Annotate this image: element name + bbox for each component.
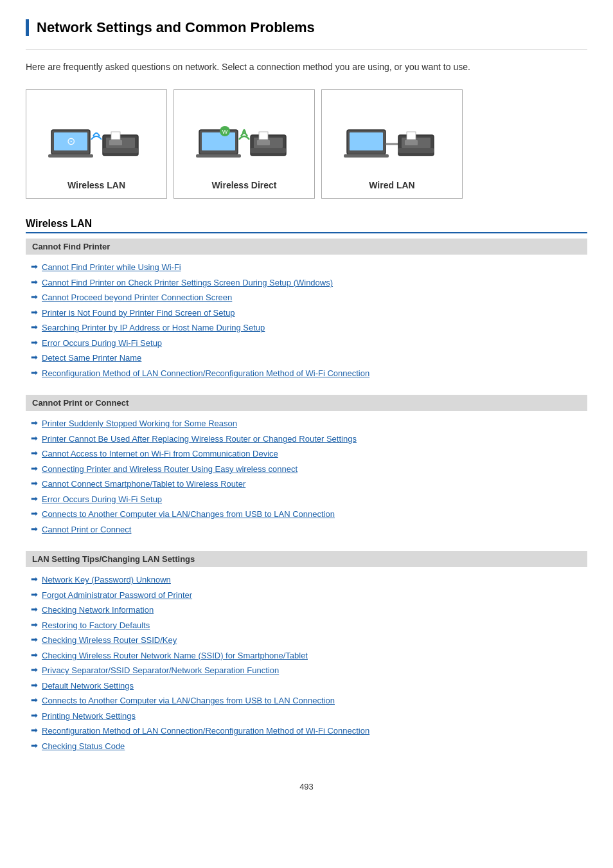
header-divider [26,49,587,50]
arrow-icon: ➡ [31,277,38,287]
list-item: ➡ Printing Network Settings [26,709,587,724]
wireless-direct-label: Wireless Direct [184,180,304,190]
wireless-lan-card[interactable]: ⊙ Wireless LAN [26,89,167,199]
link-easy-wireless-connect[interactable]: Connecting Printer and Wireless Router U… [42,463,298,476]
page-number: 493 [26,782,587,791]
wireless-direct-card[interactable]: W Wireless Direct [173,89,315,199]
svg-text:⊙: ⊙ [67,136,75,147]
link-cannot-access-internet[interactable]: Cannot Access to Internet on Wi-Fi from … [42,448,278,460]
link-default-network-settings[interactable]: Default Network Settings [42,680,134,692]
link-privacy-separator[interactable]: Privacy Separator/SSID Separator/Network… [42,664,279,677]
link-checking-ssid[interactable]: Checking Wireless Router SSID/Key [42,634,177,647]
link-connects-another-computer[interactable]: Connects to Another Computer via LAN/Cha… [42,508,335,521]
cannot-print-header: Cannot Print or Connect [26,395,587,411]
link-cannot-proceed[interactable]: Cannot Proceed beyond Printer Connection… [42,291,232,304]
cannot-print-subsection: Cannot Print or Connect ➡ Printer Sudden… [26,395,587,539]
list-item: ➡ Cannot Print or Connect [26,522,587,538]
arrow-icon: ➡ [31,725,38,735]
arrow-icon: ➡ [31,635,38,644]
link-checking-status-code[interactable]: Checking Status Code [42,740,125,753]
arrow-icon: ➡ [31,590,38,599]
wireless-direct-svg: W [193,104,296,168]
arrow-icon: ➡ [31,494,38,503]
arrow-icon: ➡ [31,710,38,720]
link-printing-network-settings[interactable]: Printing Network Settings [42,710,136,723]
link-search-by-ip[interactable]: Searching Printer by IP Address or Host … [42,321,265,334]
link-error-wifi-setup-2[interactable]: Error Occurs During Wi-Fi Setup [42,493,162,506]
list-item: ➡ Privacy Separator/SSID Separator/Netwo… [26,663,587,678]
arrow-icon: ➡ [31,322,38,332]
intro-text: Here are frequently asked questions on n… [26,60,587,74]
list-item: ➡ Reconfiguration Method of LAN Connecti… [26,366,587,381]
list-item: ➡ Detect Same Printer Name [26,350,587,366]
connection-cards: ⊙ Wireless LAN [26,89,587,199]
list-item: ➡ Cannot Find Printer while Using Wi-Fi [26,260,587,275]
list-item: ➡ Connects to Another Computer via LAN/C… [26,693,587,709]
svg-rect-26 [398,148,434,153]
link-not-found-find-screen[interactable]: Printer is Not Found by Printer Find Scr… [42,307,235,320]
svg-rect-6 [109,140,122,145]
list-item: ➡ Printer Cannot Be Used After Replacing… [26,431,587,447]
link-cannot-find-check-screen[interactable]: Cannot Find Printer on Check Printer Set… [42,276,333,289]
arrow-icon: ➡ [31,620,38,629]
cannot-print-list: ➡ Printer Suddenly Stopped Working for S… [26,413,587,539]
svg-rect-21 [344,154,389,158]
arrow-icon: ➡ [31,464,38,473]
link-reconfig-lan-2[interactable]: Reconfiguration Method of LAN Connection… [42,725,369,737]
link-cannot-connect-smartphone[interactable]: Cannot Connect Smartphone/Tablet to Wire… [42,478,245,491]
link-replacing-router[interactable]: Printer Cannot Be Used After Replacing W… [42,433,357,446]
link-connects-another-computer-2[interactable]: Connects to Another Computer via LAN/Cha… [42,694,335,707]
arrow-icon: ➡ [31,262,38,271]
list-item: ➡ Cannot Proceed beyond Printer Connecti… [26,290,587,305]
wired-lan-label: Wired LAN [332,180,452,190]
link-cannot-find-wifi[interactable]: Cannot Find Printer while Using Wi-Fi [42,261,181,274]
list-item: ➡ Checking Wireless Router Network Name … [26,648,587,664]
arrow-icon: ➡ [31,292,38,302]
link-cannot-print-connect[interactable]: Cannot Print or Connect [42,523,131,536]
lan-setting-tips-list: ➡ Network Key (Password) Unknown ➡ Forgo… [26,570,587,756]
cannot-find-printer-list: ➡ Cannot Find Printer while Using Wi-Fi … [26,257,587,383]
list-item: ➡ Cannot Find Printer on Check Printer S… [26,275,587,291]
list-item: ➡ Error Occurs During Wi-Fi Setup [26,336,587,351]
svg-text:W: W [222,129,228,135]
list-item: ➡ Printer is Not Found by Printer Find S… [26,305,587,321]
wired-lan-image [334,98,450,175]
list-item: ➡ Default Network Settings [26,678,587,694]
arrow-icon: ➡ [31,352,38,362]
link-network-key[interactable]: Network Key (Password) Unknown [42,574,171,586]
link-suddenly-stopped[interactable]: Printer Suddenly Stopped Working for Som… [42,417,237,430]
link-detect-same-name[interactable]: Detect Same Printer Name [42,352,141,365]
svg-rect-27 [407,132,416,140]
svg-rect-25 [405,140,418,145]
svg-rect-2 [48,154,93,158]
link-forgot-password[interactable]: Forgot Administrator Password of Printer [42,589,192,602]
arrow-icon: ➡ [31,524,38,534]
lan-setting-tips-subsection: LAN Setting Tips/Changing LAN Settings ➡… [26,551,587,756]
wired-lan-svg [341,104,443,168]
arrow-icon: ➡ [31,418,38,428]
wired-lan-card[interactable]: Wired LAN [321,89,463,199]
list-item: ➡ Searching Printer by IP Address or Hos… [26,320,587,336]
link-restoring-factory[interactable]: Restoring to Factory Defaults [42,619,150,632]
wireless-lan-image: ⊙ [39,98,154,175]
arrow-icon: ➡ [31,574,38,584]
list-item: ➡ Connecting Printer and Wireless Router… [26,462,587,477]
arrow-icon: ➡ [31,695,38,705]
list-item: ➡ Network Key (Password) Unknown [26,572,587,588]
svg-rect-10 [202,132,235,150]
wireless-lan-section: Wireless LAN Cannot Find Printer ➡ Canno… [26,218,587,756]
list-item: ➡ Cannot Connect Smartphone/Tablet to Wi… [26,476,587,492]
link-checking-router-ssid-smartphone[interactable]: Checking Wireless Router Network Name (S… [42,649,308,662]
wireless-direct-image: W [186,98,302,175]
wireless-lan-svg: ⊙ [45,104,148,168]
cannot-find-printer-header: Cannot Find Printer [26,239,587,255]
list-item: ➡ Error Occurs During Wi-Fi Setup [26,492,587,507]
link-checking-network-info[interactable]: Checking Network Information [42,604,154,617]
link-reconfig-lan[interactable]: Reconfiguration Method of LAN Connection… [42,367,369,380]
list-item: ➡ Reconfiguration Method of LAN Connecti… [26,723,587,739]
wireless-lan-section-title: Wireless LAN [26,218,587,233]
svg-rect-11 [196,154,241,158]
arrow-icon: ➡ [31,433,38,443]
arrow-icon: ➡ [31,448,38,458]
link-error-wifi-setup[interactable]: Error Occurs During Wi-Fi Setup [42,337,162,350]
